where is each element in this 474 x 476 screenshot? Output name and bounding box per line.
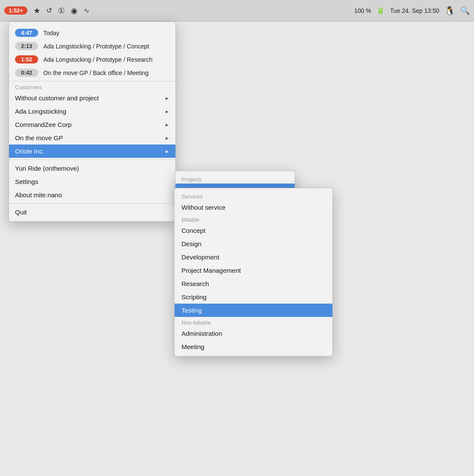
badge-today: 4:47 — [15, 29, 38, 37]
customers-header: Customers — [9, 81, 175, 91]
datetime: Tue 24. Sep 13:50 — [390, 7, 439, 14]
label-backoffice: On the move GP / Back office / Meeting — [43, 69, 148, 76]
customer-onthemove[interactable]: On the move GP ► — [9, 131, 175, 145]
recent-item-concept[interactable]: 2:13 Ada Longstocking / Prototype / Conc… — [9, 39, 175, 53]
recent-item-backoffice[interactable]: 0:42 On the move GP / Back office / Meet… — [9, 66, 175, 79]
badge-backoffice: 0:42 — [15, 69, 38, 77]
about[interactable]: About mite.nano — [9, 188, 175, 202]
penguin-icon[interactable]: 🐧 — [444, 6, 455, 16]
billable-header: Billable — [175, 214, 332, 224]
service-research[interactable]: Research — [175, 277, 332, 290]
without-service[interactable]: Without service — [175, 201, 332, 214]
battery-icon: 🔋 — [376, 6, 385, 15]
separator — [9, 160, 175, 160]
badge-research: 1:52 — [15, 55, 38, 63]
service-development[interactable]: Development — [175, 250, 332, 264]
recent-section: 4:47 Today 2:13 Ada Longstocking / Proto… — [9, 24, 175, 81]
non-billable-header: Non-billable — [175, 317, 332, 327]
search-icon[interactable]: 🔍 — [460, 6, 470, 15]
settings[interactable]: Settings — [9, 175, 175, 188]
onepassword-icon[interactable]: ① — [58, 6, 65, 15]
main-menu: 4:47 Today 2:13 Ada Longstocking / Proto… — [9, 21, 176, 222]
menubar-timer[interactable]: 1:52+ — [4, 6, 27, 15]
customer-commandzee-label: CommandZee Corp — [15, 121, 72, 128]
label-concept: Ada Longstocking / Prototype / Concept — [43, 43, 149, 50]
service-meeting-label: Meeting — [181, 343, 204, 350]
quit-label: Quit — [15, 208, 27, 216]
chevron-icon: ► — [165, 109, 169, 114]
customer-oriole[interactable]: Oriole Inc. ► — [9, 145, 175, 158]
yuri-ride[interactable]: Yuri Ride (onthemove) — [9, 162, 175, 175]
chevron-icon: ► — [165, 136, 169, 141]
recent-item-research[interactable]: 1:52 Ada Longstocking / Prototype / Rese… — [9, 53, 175, 66]
label-today: Today — [43, 30, 59, 36]
about-label: About mite.nano — [15, 191, 62, 199]
separator-quit — [9, 203, 175, 204]
service-project-management-label: Project Management — [181, 267, 241, 274]
without-service-label: Without service — [181, 204, 226, 211]
service-concept[interactable]: Concept — [175, 224, 332, 237]
service-development-label: Development — [181, 253, 219, 261]
service-testing-label: Testing — [181, 307, 202, 314]
services-menu: Services Without service Billable Concep… — [174, 188, 333, 356]
menubar-right: 100 % 🔋 Tue 24. Sep 13:50 🐧 🔍 — [354, 6, 470, 16]
vpn-icon[interactable]: ◉ — [71, 6, 78, 15]
quit[interactable]: Quit — [9, 205, 175, 219]
settings-label: Settings — [15, 178, 38, 185]
yuri-ride-label: Yuri Ride (onthemove) — [15, 165, 79, 172]
customer-without-label: Without customer and project — [15, 94, 99, 102]
wifi-icon[interactable]: ∿ — [84, 6, 89, 15]
service-administration[interactable]: Administration — [175, 327, 332, 340]
service-scripting-label: Scripting — [181, 293, 206, 301]
customer-onthemove-label: On the move GP — [15, 134, 63, 142]
menubar: 1:52+ ★ ↺ ① ◉ ∿ 100 % 🔋 Tue 24. Sep 13:5… — [0, 0, 474, 21]
chevron-icon: ► — [165, 149, 169, 154]
recent-item-today[interactable]: 4:47 Today — [9, 26, 175, 39]
time-machine-icon[interactable]: ↺ — [46, 6, 52, 15]
label-research: Ada Longstocking / Prototype / Research — [43, 56, 152, 63]
customer-ada[interactable]: Ada Longstocking ► — [9, 105, 175, 118]
projects-header: Projects — [175, 174, 295, 184]
customer-oriole-label: Oriole Inc. — [15, 148, 44, 155]
customer-without[interactable]: Without customer and project ► — [9, 91, 175, 105]
service-project-management[interactable]: Project Management — [175, 264, 332, 277]
service-design[interactable]: Design — [175, 237, 332, 250]
customer-ada-label: Ada Longstocking — [15, 108, 66, 115]
badge-concept: 2:13 — [15, 42, 38, 50]
service-concept-label: Concept — [181, 227, 205, 234]
service-administration-label: Administration — [181, 330, 222, 337]
service-meeting[interactable]: Meeting — [175, 340, 332, 353]
chevron-icon: ► — [165, 122, 169, 127]
service-scripting[interactable]: Scripting — [175, 290, 332, 304]
bluetooth-icon[interactable]: ★ — [33, 6, 40, 15]
service-research-label: Research — [181, 280, 209, 287]
customer-commandzee[interactable]: CommandZee Corp ► — [9, 118, 175, 131]
battery-percent: 100 % — [354, 7, 371, 14]
chevron-icon: ► — [165, 96, 169, 101]
services-header: Services — [175, 191, 332, 201]
service-testing[interactable]: Testing — [175, 304, 332, 317]
service-design-label: Design — [181, 240, 202, 247]
